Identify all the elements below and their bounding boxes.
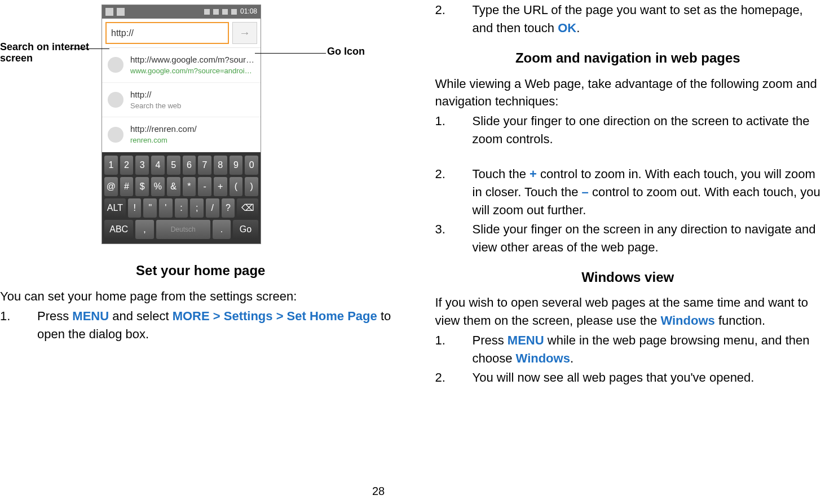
hl-menu: MENU: [508, 333, 544, 347]
suggestion-sub: renren.com: [130, 135, 255, 146]
suggestion-sub: Search the web: [130, 101, 255, 112]
key[interactable]: 7: [198, 156, 211, 175]
key[interactable]: ': [159, 198, 173, 218]
status-bar: 01:08: [102, 5, 261, 19]
debug-icon: [117, 8, 125, 16]
section-set-home-page: Set your home page: [0, 261, 402, 281]
key[interactable]: :: [175, 198, 188, 218]
suggestion-row[interactable]: http://renren.com/ renren.com: [102, 117, 261, 152]
intro-text: You can set your home page from the sett…: [0, 288, 402, 306]
key[interactable]: .: [213, 220, 231, 239]
key[interactable]: ,: [135, 220, 153, 239]
key[interactable]: +: [214, 177, 227, 196]
key[interactable]: ": [143, 198, 157, 218]
search-icon: [108, 92, 123, 108]
list-item: 2. Touch the + control to zoom in. With …: [435, 165, 821, 219]
globe-icon: [108, 57, 123, 73]
key[interactable]: ): [245, 177, 258, 196]
key[interactable]: 5: [167, 156, 180, 175]
hl-menu: MENU: [72, 309, 109, 323]
suggestion-title: http://www.google.com/m?source...: [130, 54, 255, 66]
suggestion-sub: www.google.com/m?source=android-ho...: [130, 66, 255, 77]
key[interactable]: /: [206, 198, 219, 218]
keyboard: 1 2 3 4 5 6 7 8 9 0 @ # $: [102, 152, 261, 244]
phone-mock: 01:08 http:// → http://www.google.com/m?…: [102, 5, 261, 244]
arrow-right-icon: →: [239, 25, 250, 41]
callout-line-left: [69, 48, 109, 49]
key[interactable]: (: [230, 177, 243, 196]
key[interactable]: 9: [230, 156, 243, 175]
key[interactable]: 4: [151, 156, 165, 175]
key[interactable]: #: [120, 177, 134, 196]
zoom-intro: While viewing a Web page, take advantage…: [435, 75, 821, 111]
hl-windows: Windows: [516, 351, 570, 365]
screenshot-area: Search on internet screen Go Icon 01:08: [0, 5, 402, 244]
signal-icon: [213, 9, 219, 15]
key[interactable]: 1: [104, 156, 118, 175]
key[interactable]: 6: [183, 156, 196, 175]
key[interactable]: 2: [120, 156, 134, 175]
suggestion-title: http://renren.com/: [130, 123, 255, 135]
key[interactable]: -: [198, 177, 211, 196]
key[interactable]: $: [135, 177, 149, 196]
key[interactable]: ?: [222, 198, 235, 218]
key-space[interactable]: Deutsch: [156, 220, 210, 239]
key[interactable]: %: [151, 177, 165, 196]
url-input[interactable]: http://: [105, 22, 229, 44]
callout-line-right: [255, 53, 326, 54]
hl-ok: OK: [558, 21, 576, 35]
hl-plus: +: [530, 167, 537, 181]
list-item: 3. Slide your finger on the screen in an…: [435, 220, 821, 257]
suggestion-title: http://: [130, 89, 255, 101]
key[interactable]: 8: [214, 156, 227, 175]
globe-icon: [108, 127, 123, 143]
key[interactable]: 0: [245, 156, 258, 175]
hl-path: MORE > Settings > Set Home Page: [173, 309, 377, 323]
key[interactable]: *: [183, 177, 196, 196]
suggestion-row[interactable]: http:// Search the web: [102, 83, 261, 118]
key[interactable]: &: [167, 177, 180, 196]
list-item: 1. Press MENU while in the web page brow…: [435, 331, 821, 368]
key-backspace[interactable]: ⌫: [237, 198, 258, 218]
list-item: 2. You will now see all web pages that y…: [435, 369, 821, 387]
key[interactable]: ;: [190, 198, 204, 218]
key[interactable]: !: [128, 198, 142, 218]
usb-icon: [105, 8, 113, 16]
key-alt[interactable]: ALT: [104, 198, 126, 218]
key-abc[interactable]: ABC: [104, 220, 133, 239]
callout-go: Go Icon: [327, 46, 395, 58]
key-go[interactable]: Go: [233, 220, 258, 239]
section-zoom: Zoom and navigation in web pages: [435, 48, 821, 68]
go-button[interactable]: →: [232, 22, 257, 44]
section-windows: Windows view: [435, 268, 821, 288]
suggestion-row[interactable]: http://www.google.com/m?source... www.go…: [102, 48, 261, 83]
windows-intro: If you wish to open several web pages at…: [435, 294, 821, 330]
hl-windows: Windows: [660, 313, 714, 328]
bluetooth-icon: [204, 9, 210, 15]
list-item: 2. Type the URL of the page you want to …: [435, 1, 821, 37]
list-item: 1. Slide your finger to one direction on…: [435, 112, 821, 148]
callout-search: Search on internet screen: [0, 42, 90, 64]
key[interactable]: @: [104, 177, 118, 196]
status-time: 01:08: [240, 7, 257, 16]
hl-minus: –: [582, 185, 589, 199]
battery-icon: [231, 9, 237, 15]
key[interactable]: 3: [135, 156, 149, 175]
wifi-icon: [222, 9, 228, 15]
list-item: 1. Press MENU and select MORE > Settings…: [0, 307, 402, 343]
page-number: 28: [372, 483, 385, 499]
